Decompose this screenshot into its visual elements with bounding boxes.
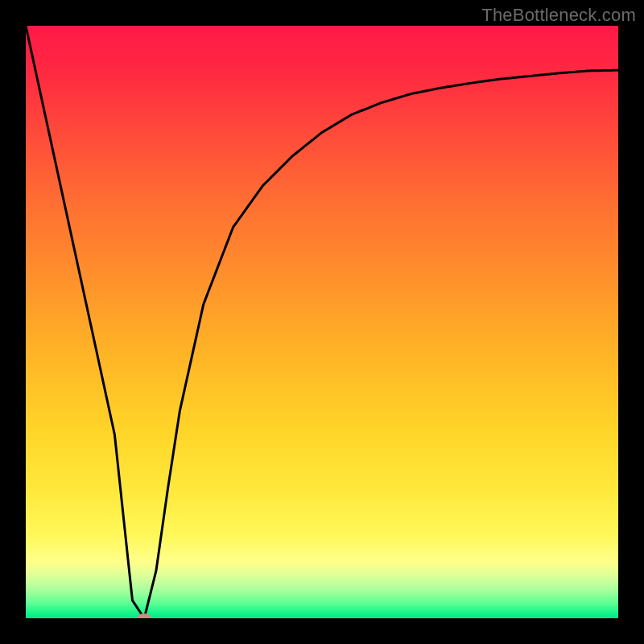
- bottleneck-curve: [26, 26, 618, 618]
- chart-frame: TheBottleneck.com: [0, 0, 644, 644]
- plot-area: [26, 26, 618, 618]
- optimal-point-marker: [137, 613, 151, 618]
- curve-layer: [26, 26, 618, 618]
- watermark-text: TheBottleneck.com: [481, 5, 636, 26]
